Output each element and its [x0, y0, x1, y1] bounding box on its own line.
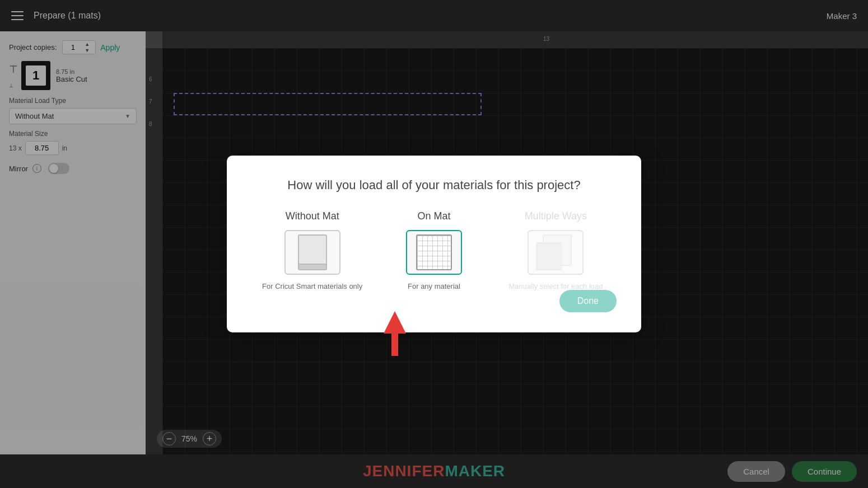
on-mat-icon	[416, 234, 452, 270]
modal-question: How will you load all of your materials …	[251, 178, 617, 193]
option-on-mat[interactable]: On Mat For any material	[384, 210, 484, 292]
option-without-mat[interactable]: Without Mat For Cricut Smart materials o…	[262, 210, 363, 292]
done-button[interactable]: Done	[559, 290, 617, 312]
option-without-mat-title: Without Mat	[286, 210, 339, 222]
svg-marker-0	[384, 311, 406, 356]
option-multiple-ways-icon-box	[528, 230, 584, 275]
without-mat-icon	[298, 234, 327, 270]
option-multiple-ways-title: Multiple Ways	[525, 210, 587, 222]
option-without-mat-icon-box	[284, 230, 340, 275]
modal: How will you load all of your materials …	[227, 156, 641, 332]
option-on-mat-icon-box	[406, 230, 462, 275]
option-on-mat-desc: For any material	[408, 281, 460, 292]
modal-options: Without Mat For Cricut Smart materials o…	[251, 210, 617, 292]
red-arrow-annotation	[372, 311, 417, 356]
option-on-mat-title: On Mat	[417, 210, 450, 222]
option-without-mat-desc: For Cricut Smart materials only	[262, 281, 362, 292]
option-multiple-ways[interactable]: Multiple Ways Manually select for each l…	[505, 210, 606, 292]
modal-overlay: How will you load all of your materials …	[0, 0, 868, 488]
multiple-ways-icon	[536, 234, 575, 270]
